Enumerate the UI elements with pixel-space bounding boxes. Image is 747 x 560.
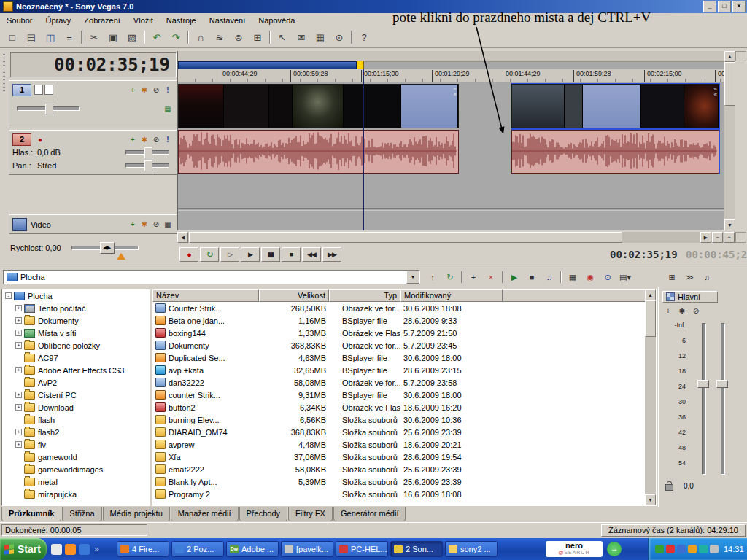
tree-item-download[interactable]: +Download	[2, 401, 150, 413]
address-dropdown[interactable]: Plocha ▼	[3, 270, 420, 284]
task-button-pc-hel-[interactable]: PC-HEL...	[336, 541, 388, 557]
maximize-button[interactable]: □	[718, 1, 731, 12]
file-row[interactable]: Counter Strik...268,50KBObrázek ve for..…	[152, 302, 656, 314]
menu-item-nastavení[interactable]: Nastavení	[203, 15, 252, 26]
tree-item-flv[interactable]: +flv	[2, 438, 150, 451]
file-list-scrollbar[interactable]: ▲ ▼	[645, 289, 656, 505]
tray-icon-2[interactable]	[666, 545, 675, 553]
menu-item-nástroje[interactable]: Nástroje	[160, 15, 203, 26]
video-clip[interactable]: ««	[511, 84, 719, 128]
file-row[interactable]: counter Strik...9,31MBBSplayer file30.6.…	[152, 389, 656, 401]
tree-item-adobe-after-effects-cs3[interactable]: +Adobe After Effects CS3	[2, 364, 150, 376]
tab-manažer-médií[interactable]: Manažer médií	[171, 508, 239, 521]
tree-item-plocha[interactable]: -Plocha	[2, 289, 150, 302]
record-arm-icon[interactable]: ●	[34, 134, 46, 144]
quick-launch-icon-1[interactable]	[51, 544, 62, 555]
tree-item-avp2[interactable]: AvP2	[2, 376, 150, 389]
up-one-level-icon[interactable]: ↑	[425, 270, 441, 284]
quick-launch-icon-3[interactable]	[79, 544, 90, 555]
task-button-sony2-[interactable]: sony2 ...	[445, 541, 498, 557]
play-from-start-button[interactable]: ▷	[220, 247, 239, 262]
lock-envelopes-icon[interactable]: ⊜	[230, 28, 247, 46]
expand-icon[interactable]: +	[15, 392, 22, 398]
file-row[interactable]: avprew4,48MBSložka souborů18.6.2009 20:2…	[152, 438, 656, 451]
zoom-edit-tool-icon[interactable]: ⊙	[330, 28, 348, 46]
auto-preview-icon[interactable]: ♫	[541, 270, 557, 284]
column-header-modified[interactable]: Modifikovaný	[400, 289, 503, 302]
close-button[interactable]: ×	[732, 1, 746, 12]
track-view-icon[interactable]	[34, 85, 43, 95]
views-icon[interactable]: ▤▾	[617, 270, 633, 284]
loop-playback-button[interactable]: ↻	[200, 247, 219, 262]
tray-icon-3[interactable]	[677, 545, 686, 553]
track-grid-icon[interactable]: ▦	[162, 104, 174, 114]
tray-icon-1[interactable]	[655, 545, 664, 553]
tab-média-projektu[interactable]: Média projektu	[103, 508, 170, 521]
add-favorite-icon[interactable]: +	[465, 270, 481, 284]
whats-this-icon[interactable]: ?	[355, 28, 373, 46]
tree-item-flash[interactable]: flash	[2, 413, 150, 426]
file-row[interactable]: Programy 2Složka souborů16.6.2009 18:08	[152, 488, 656, 500]
go-to-end-button[interactable]: ▶▶	[322, 247, 341, 262]
file-row[interactable]: burning Elev...6,56KBSložka souborů30.6.…	[152, 413, 656, 426]
mixer-mute-icon[interactable]: ⊘	[690, 306, 702, 316]
marker-bar[interactable]	[178, 51, 725, 62]
file-row[interactable]: dan3222258,08MBObrázek ve for...5.7.2009…	[152, 376, 656, 389]
file-row[interactable]: avp +kata32,65MBBSplayer file28.6.2009 2…	[152, 364, 656, 376]
volume-slider[interactable]	[125, 150, 169, 155]
pan-value[interactable]: Střed	[37, 161, 71, 170]
fader-thumb-right[interactable]	[716, 380, 728, 388]
tree-item-flash2[interactable]: +flash2	[2, 426, 150, 438]
loop-region-bar[interactable]	[178, 61, 357, 69]
tray-icon-5[interactable]	[699, 545, 708, 553]
task-button-4-fire-[interactable]: 4 Fire...	[117, 541, 169, 557]
tab-průzkumník[interactable]: Průzkumník	[1, 507, 61, 521]
volume-value[interactable]: 0,0 dB	[37, 148, 71, 157]
minimize-button[interactable]: _	[703, 1, 716, 12]
menu-item-úpravy[interactable]: Úpravy	[39, 15, 77, 26]
add-to-media-icon[interactable]: ◉	[582, 270, 598, 284]
expand-icon[interactable]: +	[15, 305, 22, 311]
scroll-up-icon[interactable]: ▲	[645, 289, 656, 300]
tree-item-ac97[interactable]: AC97	[2, 351, 150, 364]
expand-icon[interactable]: +	[15, 404, 22, 411]
mixer-master-tab[interactable]: Hlavní	[662, 291, 718, 303]
slider-thumb[interactable]	[45, 104, 53, 114]
tree-item-cistení-pc[interactable]: +Cistení PC	[2, 389, 150, 401]
pause-button[interactable]: ▮▮	[261, 247, 280, 262]
audio-clip[interactable]	[178, 130, 459, 174]
track-1-number-badge[interactable]: 1	[12, 84, 31, 96]
tab-generátor-médií[interactable]: Generátor médií	[333, 508, 406, 521]
delete-icon[interactable]: ×	[483, 270, 499, 284]
scrollbar-thumb[interactable]	[724, 62, 735, 106]
video-track-lane[interactable]: «« ««	[178, 84, 725, 128]
tree-item-gameworldimages[interactable]: gameworldimages	[2, 463, 150, 475]
file-row[interactable]: Blank ly Apt...5,39MBSložka souborů25.6.…	[152, 475, 656, 488]
track-automation-icon[interactable]: +	[127, 134, 139, 144]
master-speaker-icon[interactable]: ♫	[699, 270, 715, 284]
scroll-down-icon[interactable]: ▼	[724, 219, 735, 230]
time-ruler[interactable]: 00:00:44;2900:00:59;2800:01:15;0000:01:2…	[178, 69, 725, 82]
start-button[interactable]: Start	[0, 538, 47, 560]
search-media-icon[interactable]: ⊙	[600, 270, 616, 284]
timecode-display[interactable]: 00:02:35;19	[10, 52, 177, 77]
audio-track-header[interactable]: 2 ● + ✱ ⊘ ! Hlas.: 0,0 dB Pan.: Střed	[9, 130, 177, 175]
tray-icon-4[interactable]	[688, 545, 697, 553]
tab-filtry-fx[interactable]: Filtry FX	[288, 508, 333, 521]
address-dropdown-arrow-icon[interactable]: ▼	[406, 271, 419, 284]
timeline-horizontal-scrollbar[interactable]: ◀ ▶ − +	[177, 232, 735, 243]
quick-launch-icon-2[interactable]	[65, 544, 76, 555]
selection-edit-tool-icon[interactable]: ▦	[311, 28, 329, 46]
tab-přechody[interactable]: Přechody	[239, 508, 287, 521]
track-solo-icon[interactable]: !	[162, 134, 174, 144]
tree-item-gameworld[interactable]: gameworld	[2, 451, 150, 463]
task-button-2-son-[interactable]: 2 Son...	[390, 541, 443, 557]
audio-track-lane[interactable]	[178, 130, 725, 174]
expand-icon[interactable]: +	[15, 441, 22, 448]
expand-icon[interactable]: +	[15, 317, 22, 324]
envelope-edit-tool-icon[interactable]: ✉	[293, 28, 310, 46]
file-row[interactable]: Dokumenty368,83KBObrázek ve for...5.7.20…	[152, 339, 656, 351]
stop-button[interactable]: ■	[282, 247, 301, 262]
file-row[interactable]: DIARAID_OM74368,83KBSložka souborů25.6.2…	[152, 426, 656, 438]
fader-thumb-left[interactable]	[697, 380, 709, 388]
